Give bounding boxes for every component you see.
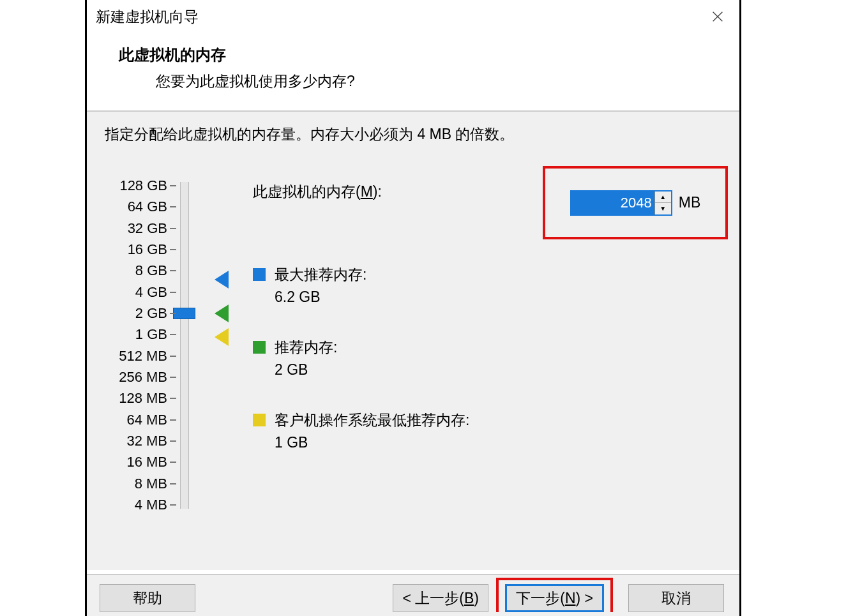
slider-thumb[interactable] (173, 308, 195, 319)
back-button[interactable]: < 上一步(B) (393, 584, 488, 612)
page-subheading: 您要为此虚拟机使用多少内存? (119, 71, 739, 91)
slider-tick: 64 GB (87, 200, 167, 214)
slider-tick: 128 MB (87, 391, 167, 405)
slider-tick: 1 GB (87, 327, 167, 342)
window-title: 新建虚拟机向导 (96, 7, 199, 27)
memory-input-label: 此虚拟机的内存(M): (253, 182, 382, 202)
titlebar: 新建虚拟机向导 (87, 0, 739, 33)
marker-min-icon (215, 328, 229, 346)
slider-tick: 16 MB (87, 455, 167, 469)
square-yellow-icon (253, 414, 266, 426)
slider-tick: 32 MB (87, 434, 167, 448)
legend-rec-value: 2 GB (275, 361, 337, 379)
slider-ticks: 128 GB64 GB32 GB16 GB8 GB4 GB2 GB1 GB512… (87, 182, 167, 514)
spin-down-icon[interactable]: ▼ (655, 203, 671, 214)
slider-tick: 4 MB (87, 498, 167, 512)
close-icon[interactable] (705, 4, 730, 29)
legend-min: 客户机操作系统最低推荐内存: 1 GB (253, 410, 469, 451)
square-blue-icon (253, 268, 266, 281)
slider-tick: 16 GB (87, 243, 167, 257)
memory-input[interactable] (571, 192, 654, 214)
spin-up-icon[interactable]: ▲ (655, 192, 671, 204)
wizard-footer: 帮助 < 上一步(B) 下一步(N) > 取消 (87, 574, 739, 616)
legend-min-value: 1 GB (275, 434, 469, 451)
wizard-dialog: 新建虚拟机向导 此虚拟机的内存 您要为此虚拟机使用多少内存? 指定分配给此虚拟机… (85, 0, 741, 616)
slider-tick: 256 MB (87, 370, 167, 384)
slider-tick: 8 GB (87, 264, 167, 278)
wizard-header: 此虚拟机的内存 您要为此虚拟机使用多少内存? (87, 33, 739, 110)
wizard-body: 指定分配给此虚拟机的内存量。内存大小必须为 4 MB 的倍数。 128 GB64… (87, 112, 739, 570)
slider-tick: 512 MB (87, 349, 167, 363)
legend-recommended: 推荐内存: 2 GB (253, 338, 337, 379)
marker-max-icon (215, 271, 229, 289)
spinner-buttons: ▲ ▼ (654, 192, 671, 214)
memory-input-highlight: ▲ ▼ MB (543, 166, 728, 239)
legend-max: 最大推荐内存: 6.2 GB (253, 265, 366, 306)
slider-tick: 4 GB (87, 285, 167, 299)
slider-tick: 32 GB (87, 222, 167, 236)
slider-tick: 8 MB (87, 477, 167, 491)
next-button[interactable]: 下一步(N) > (505, 584, 604, 612)
slider-tick: 2 GB (87, 306, 167, 320)
instruction-text: 指定分配给此虚拟机的内存量。内存大小必须为 4 MB 的倍数。 (87, 112, 739, 144)
cancel-button[interactable]: 取消 (628, 584, 724, 612)
square-green-icon (253, 341, 266, 354)
memory-unit: MB (679, 194, 701, 211)
slider-tick: 128 GB (87, 179, 167, 193)
slider-tick: 64 MB (87, 413, 167, 427)
legend-max-value: 6.2 GB (275, 289, 366, 306)
next-button-highlight: 下一步(N) > (496, 578, 613, 612)
memory-slider[interactable] (180, 182, 189, 509)
memory-spinner: ▲ ▼ (570, 190, 672, 216)
marker-rec-icon (215, 304, 229, 322)
page-heading: 此虚拟机的内存 (119, 45, 739, 65)
help-button[interactable]: 帮助 (100, 584, 195, 612)
